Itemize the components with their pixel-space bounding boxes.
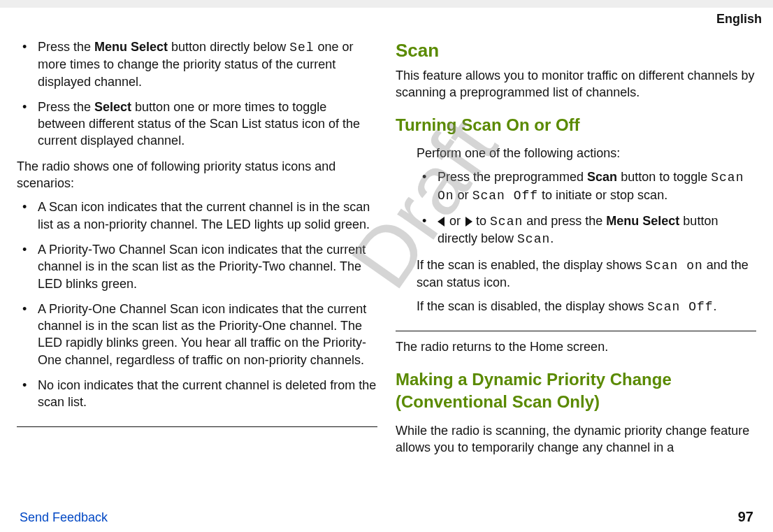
text: to: [472, 214, 490, 228]
paragraph: If the scan is enabled, the display show…: [417, 257, 756, 292]
top-bullet-list: Press the Menu Select button directly be…: [17, 38, 377, 150]
text-bold: Menu Select: [94, 40, 168, 54]
text: button to toggle: [617, 170, 711, 184]
text: or: [454, 188, 472, 202]
text: .: [714, 299, 717, 313]
action-list: Press the preprogrammed Scan button to t…: [417, 168, 756, 247]
paragraph: This feature allows you to monitor traff…: [396, 67, 756, 101]
text: Press the: [38, 40, 94, 54]
paragraph: The radio returns to the Home screen.: [396, 338, 756, 355]
text: If the scan is enabled, the display show…: [417, 258, 645, 272]
list-item: Press the preprogrammed Scan button to t…: [417, 168, 756, 204]
list-item: A Scan icon indicates that the current c…: [17, 199, 377, 233]
paragraph: While the radio is scanning, the dynamic…: [396, 422, 756, 456]
heading-dynamic-priority: Making a Dynamic Priority Change (Conven…: [396, 368, 756, 414]
send-feedback-link[interactable]: Send Feedback: [20, 510, 108, 525]
text: button directly below: [168, 40, 289, 54]
right-column: Scan This feature allows you to monitor …: [396, 38, 756, 500]
paragraph: If the scan is disabled, the display sho…: [417, 298, 756, 315]
mono-text: Scan: [490, 215, 523, 229]
text: If the scan is disabled, the display sho…: [417, 299, 647, 313]
text-bold: Scan: [587, 170, 617, 184]
language-label: English: [716, 12, 762, 27]
mono-text: Sel: [289, 41, 314, 55]
list-item: No icon indicates that the current chann…: [17, 377, 377, 411]
mono-text: Scan Off: [472, 189, 538, 203]
mono-text: Scan: [517, 232, 550, 246]
list-item: A Priority-One Channel Scan icon indicat…: [17, 301, 377, 368]
heading-turning-scan: Turning Scan On or Off: [396, 114, 756, 136]
section-divider: [17, 426, 377, 427]
bottom-bullet-list: A Scan icon indicates that the current c…: [17, 199, 377, 410]
section-divider: [396, 331, 756, 331]
list-item: A Priority-Two Channel Scan icon indicat…: [17, 241, 377, 292]
indented-block: Perform one of the following actions: Pr…: [396, 145, 756, 315]
text: .: [550, 231, 554, 245]
left-column: Press the Menu Select button directly be…: [17, 38, 377, 500]
mono-text: Scan Off: [647, 300, 713, 314]
list-item: Press the Select button one or more time…: [17, 99, 377, 150]
mono-text: Scan on: [645, 259, 703, 273]
page-footer: Send Feedback 97: [20, 509, 753, 525]
paragraph: Perform one of the following actions:: [417, 145, 756, 161]
page-number: 97: [738, 509, 753, 525]
text: and press the: [523, 214, 606, 228]
paragraph: The radio shows one of following priorit…: [17, 158, 377, 192]
text: or: [446, 214, 464, 228]
list-item: or to Scan and press the Menu Select but…: [417, 213, 756, 248]
text: Press the: [38, 100, 94, 114]
content-columns: Press the Menu Select button directly be…: [17, 38, 756, 500]
text-bold: Select: [94, 100, 131, 114]
right-arrow-icon: [465, 217, 472, 227]
list-item: Press the Menu Select button directly be…: [17, 38, 377, 90]
heading-scan: Scan: [396, 38, 756, 63]
left-arrow-icon: [438, 217, 445, 227]
text: to initiate or stop scan.: [538, 188, 667, 202]
text: Press the preprogrammed: [438, 170, 587, 184]
document-page: English Draft Press the Menu Select butt…: [0, 8, 773, 532]
text-bold: Menu Select: [606, 214, 679, 228]
